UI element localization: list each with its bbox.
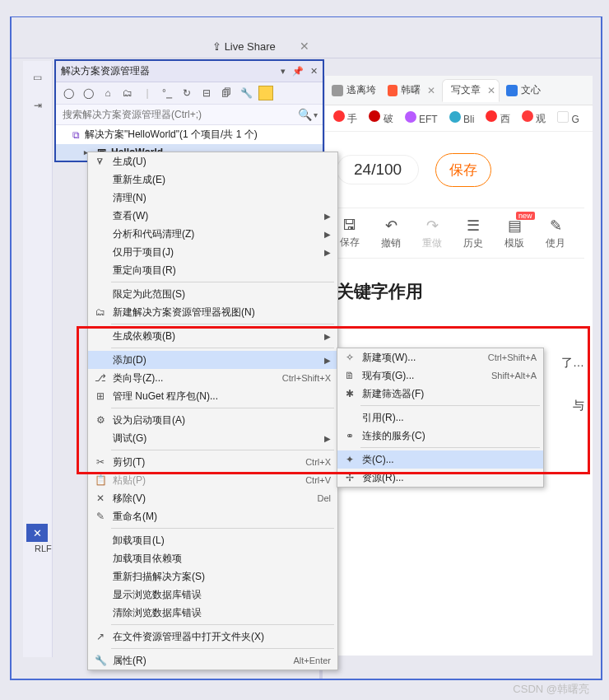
toolbar-redo: ↷重做 <box>422 217 442 250</box>
menu-view[interactable]: 查看(W)▶ <box>88 207 337 225</box>
properties-icon[interactable]: 🔧 <box>239 86 253 100</box>
bookmark-icon <box>449 111 461 123</box>
watermark-text: CSDN @韩曙亮 <box>513 682 589 697</box>
solution-explorer-search[interactable]: 🔍 ▾ <box>56 105 323 125</box>
browser-tabs: 逃离垮 韩曙✕ 写文章✕ 文心 <box>325 76 593 105</box>
gutter-indent-icon[interactable]: ⇥ <box>26 94 50 117</box>
pin-icon[interactable]: 📌 <box>292 66 304 77</box>
remove-icon: ✕ <box>93 491 108 506</box>
gutter-icon-1[interactable]: ▭ <box>26 66 50 89</box>
bookmark-item[interactable]: 西 <box>486 110 509 126</box>
class-wizard-icon: ⎇ <box>93 371 108 385</box>
bookmark-item[interactable]: 破 <box>369 110 393 126</box>
menu-separator <box>111 648 334 649</box>
menu-separator <box>111 528 334 529</box>
menu-nuget[interactable]: ⊞管理 NuGet 程序包(N)... <box>88 387 337 405</box>
toolbar-save[interactable]: 🖫保存 <box>340 217 360 250</box>
template-icon: ▤new <box>508 217 522 235</box>
menu-retarget[interactable]: 重定向项目(R) <box>88 261 337 279</box>
history-icon: ☰ <box>467 217 480 235</box>
menu-separator <box>360 447 540 448</box>
toolbar-use[interactable]: ✎使月 <box>546 217 565 250</box>
menu-open-in-explorer[interactable]: ↗在文件资源管理器中打开文件夹(X) <box>88 628 337 646</box>
menu-build-deps[interactable]: 生成依赖项(B)▶ <box>88 327 337 345</box>
preview-toggle[interactable] <box>258 86 273 100</box>
submenu-new-item[interactable]: ✧新建项(W)...Ctrl+Shift+A <box>337 348 543 366</box>
menu-clear-db-err[interactable]: 清除浏览数据库错误 <box>88 604 337 622</box>
menu-rename[interactable]: ✎重命名(M) <box>88 507 337 525</box>
screenshot-border: ⇪ Live Share ✕ ▭ ⇥ RLF ✕ 解决方案资源管理器 ▾ 📌 ✕… <box>10 16 602 680</box>
submenu-reference[interactable]: 引用(R)... <box>337 408 543 427</box>
submenu-resource[interactable]: ✢资源(R)... <box>337 469 543 487</box>
solution-explorer-titlebar[interactable]: 解决方案资源管理器 ▾ 📌 ✕ <box>56 61 323 82</box>
toolbar-history[interactable]: ☰历史 <box>463 217 483 250</box>
menu-rebuild[interactable]: 重新生成(E) <box>88 170 337 189</box>
browser-tab-2[interactable]: 韩曙✕ <box>383 79 440 102</box>
existing-item-icon: 🗎 <box>342 368 357 383</box>
menu-properties[interactable]: 🔧属性(R)Alt+Enter <box>88 651 337 670</box>
menu-project-only[interactable]: 仅用于项目(J)▶ <box>88 243 337 261</box>
menu-set-startup[interactable]: ⚙设为启动项目(A) <box>88 411 337 429</box>
submenu-existing-item[interactable]: 🗎现有项(G)...Shift+Alt+A <box>337 366 543 385</box>
scope-icon[interactable]: °⎯ <box>160 86 174 100</box>
refresh-icon[interactable]: ↻ <box>179 86 194 100</box>
build-icon: ⛛ <box>93 154 108 169</box>
rename-icon: ✎ <box>93 509 108 524</box>
menu-add[interactable]: 添加(D)▶ <box>88 351 337 369</box>
solution-node[interactable]: ⧉ 解决方案"HelloWorld"(1 个项目/共 1 个) <box>56 125 323 144</box>
bookmark-item[interactable]: EFT <box>405 111 438 125</box>
menu-clean[interactable]: 清理(N) <box>88 189 337 207</box>
submenu-class[interactable]: ✦类(C)... <box>337 450 543 469</box>
menu-show-db-err[interactable]: 显示浏览数据库错误 <box>88 586 337 604</box>
menu-rescan[interactable]: 重新扫描解决方案(S) <box>88 567 337 586</box>
menu-scope-here[interactable]: 限定为此范围(S) <box>88 285 337 303</box>
bookmark-icon <box>405 111 416 123</box>
chevron-right-icon: ▶ <box>324 434 331 443</box>
collapse-icon[interactable]: ⊟ <box>199 86 214 100</box>
search-dropdown-icon[interactable]: ▾ <box>314 110 318 119</box>
menu-analyze[interactable]: 分析和代码清理(Z)▶ <box>88 225 337 243</box>
tab-close-icon[interactable]: ✕ <box>427 85 435 96</box>
menu-class-wizard[interactable]: ⎇类向导(Z)...Ctrl+Shift+X <box>88 369 337 387</box>
menu-remove[interactable]: ✕移除(V)Del <box>88 489 337 507</box>
gutter-close-tab[interactable]: ✕ <box>26 524 48 542</box>
search-input[interactable] <box>61 108 298 121</box>
bookmark-item[interactable]: Bli <box>449 111 475 125</box>
menu-cut[interactable]: ✂剪切(T)Ctrl+X <box>88 453 337 471</box>
menu-load-deps[interactable]: 加载项目依赖项 <box>88 549 337 567</box>
toolbar-template[interactable]: ▤new模版 <box>504 217 524 250</box>
dropdown-icon[interactable]: ▾ <box>281 66 286 77</box>
paste-icon: 📋 <box>93 473 108 488</box>
submenu-connected-service[interactable]: ⚭连接的服务(C) <box>337 427 543 445</box>
nav-fwd-icon[interactable]: ◯ <box>81 86 95 100</box>
toolbar-undo[interactable]: ↶撤销 <box>381 217 401 250</box>
search-icon[interactable]: 🔍 <box>298 108 312 121</box>
bookmark-item[interactable]: 观 <box>522 110 546 126</box>
browser-tab-1[interactable]: 逃离垮 <box>327 79 381 102</box>
save-draft-button[interactable]: 保存 <box>435 153 491 187</box>
browser-tab-4[interactable]: 文心 <box>501 79 546 102</box>
live-share-button[interactable]: ⇪ Live Share <box>212 40 276 53</box>
solution-explorer-panel: 解决方案资源管理器 ▾ 📌 ✕ ◯ ◯ ⌂ 🗂 | °⎯ ↻ ⊟ 🗐 🔧 <box>54 59 324 162</box>
tab-favicon <box>506 85 518 96</box>
bookmark-item[interactable]: 手 <box>333 110 357 126</box>
submenu-new-filter[interactable]: ✱新建筛选器(F) <box>337 385 543 403</box>
app-root: ⇪ Live Share ✕ ▭ ⇥ RLF ✕ 解决方案资源管理器 ▾ 📌 ✕… <box>0 0 609 700</box>
nav-back-icon[interactable]: ◯ <box>61 86 76 100</box>
nuget-icon: ⊞ <box>93 389 108 404</box>
live-share-close-icon[interactable]: ✕ <box>300 40 309 53</box>
line-ending-label: RLF <box>35 544 52 553</box>
show-all-icon[interactable]: 🗐 <box>219 86 234 100</box>
home-icon[interactable]: ⌂ <box>100 86 115 100</box>
browser-tab-3[interactable]: 写文章✕ <box>442 79 500 102</box>
tab-favicon <box>332 85 343 96</box>
menu-unload[interactable]: 卸载项目(L) <box>88 531 337 549</box>
close-icon[interactable]: ✕ <box>310 66 318 77</box>
menu-new-view[interactable]: 🗂新建解决方案资源管理器视图(N) <box>88 303 337 321</box>
menu-build[interactable]: ⛛生成(U) <box>88 152 337 170</box>
bookmark-icon <box>369 110 380 122</box>
sync-icon[interactable]: 🗂 <box>120 86 135 100</box>
tab-close-icon[interactable]: ✕ <box>487 85 495 96</box>
menu-debug[interactable]: 调试(G)▶ <box>88 429 337 447</box>
bookmark-item[interactable]: G <box>557 111 579 125</box>
